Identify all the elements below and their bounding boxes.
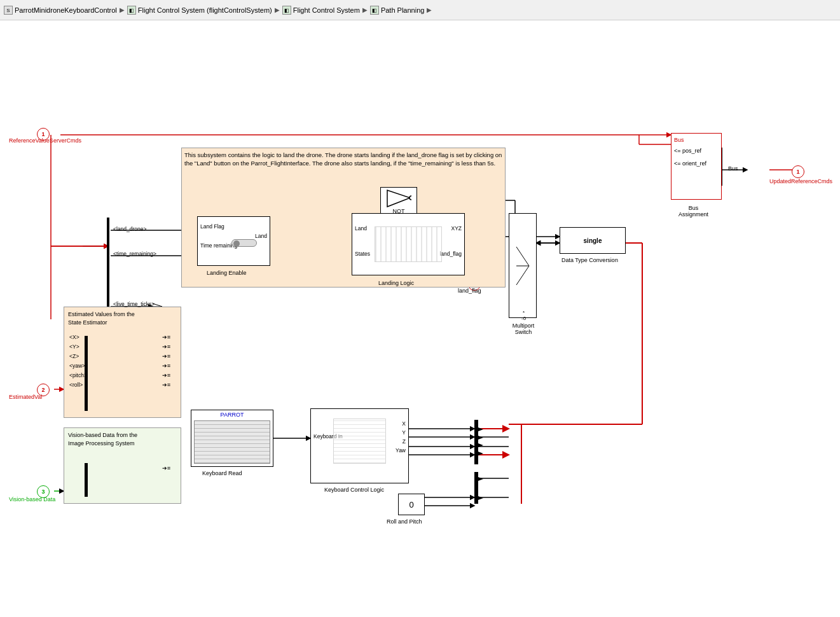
roll-pitch-label: Roll and Pitch [387, 518, 422, 525]
breadcrumb-label-3: Flight Control System [293, 6, 360, 14]
est-z-label: <Z> [69, 353, 79, 359]
landing-logic-block[interactable]: Land States XYZ land_flag [352, 213, 465, 275]
simulink-icon: S [4, 6, 13, 15]
y-out-label: Y [402, 429, 406, 436]
roll-pitch-block[interactable]: 0 [398, 494, 425, 515]
keyboard-read-label: Keyboard Read [202, 470, 242, 476]
svg-marker-54 [478, 436, 483, 440]
bus-out-label: Bus [728, 165, 738, 172]
subsystem-description: This subsystem contains the logic to lan… [184, 151, 502, 168]
multiport-switch-label: MultiportSwitch [507, 322, 539, 335]
states-port-label: States [355, 251, 370, 257]
svg-point-66 [410, 196, 411, 200]
land-output-label: Land [255, 233, 267, 239]
port-3-label: Vision-based Data [9, 496, 55, 503]
breadcrumb-arrow-4: ▶ [427, 6, 432, 13]
bus-assignment-label: BusAssignment [678, 205, 708, 218]
breadcrumb-label-2: Flight Control System (flightControlSyst… [138, 6, 272, 14]
bus-top-label: Bus [674, 137, 684, 143]
est-yaw-label: <yaw> [69, 363, 85, 369]
z-out-label: Z [403, 438, 406, 445]
land-flag-out-label: land_flag [439, 251, 462, 257]
breadcrumb-arrow-3: ▶ [362, 6, 368, 13]
yaw-out-label: Yaw [396, 447, 406, 454]
landing-enable-label: Landing Enable [207, 270, 247, 276]
bus-pos-ref-label: <= pos_ref [674, 148, 701, 154]
breadcrumb-arrow-1: ▶ [120, 6, 125, 13]
output-port-1-label: UpdatedReferenceCmds [769, 178, 832, 184]
toolbar: S ParrotMinidroneKeyboardControl ▶ ◧ Fli… [0, 0, 840, 20]
multiport-switch-block[interactable] [509, 213, 537, 318]
keyboard-control-logic-label: Keyboard Control Logic [324, 487, 384, 493]
subsys-icon-2: ◧ [282, 6, 291, 15]
data-type-conversion-block[interactable]: single [560, 227, 626, 254]
land-drone-sig-label: <land_drone> [113, 226, 146, 232]
bus-assignment-block[interactable]: Bus <= pos_ref <= orient_ref [671, 133, 722, 200]
est-pitch-label: <pitch> [69, 372, 87, 378]
gain-label: *-0 [521, 310, 526, 321]
svg-rect-51 [474, 420, 478, 464]
port-1-label: ReferenceValueServerCmds [9, 137, 81, 144]
landing-enable-block[interactable]: Land Flag Time remaining Land [197, 216, 270, 266]
est-y-label: <Y> [69, 343, 79, 350]
breadcrumb-item-3[interactable]: ◧ Flight Control System [282, 6, 360, 15]
not-block[interactable]: NOT [380, 187, 417, 216]
svg-marker-53 [478, 427, 483, 431]
roll-pitch-value: 0 [409, 500, 413, 510]
vision-data-title: Vision-based Data from theImage Processi… [68, 431, 177, 447]
subsys-icon-3: ◧ [370, 6, 379, 15]
est-x-label: <X> [69, 334, 79, 340]
svg-marker-55 [478, 443, 483, 447]
bus-orient-ref-label: <= orient_ref [674, 160, 706, 167]
svg-rect-52 [474, 472, 478, 504]
x-out-label: X [402, 420, 406, 427]
breadcrumb-label-1: ParrotMinidroneKeyboardControl [15, 6, 117, 14]
land-flag-label: land_flag [458, 288, 481, 294]
keyboard-control-logic-block[interactable]: Keyboard In X Y Z Yaw [310, 408, 409, 483]
svg-line-67 [516, 247, 529, 266]
svg-marker-65 [387, 190, 410, 207]
keyboard-read-block[interactable]: PARROT [191, 410, 273, 467]
estimated-values-box: Estimated Values from theState Estimator… [64, 307, 181, 418]
breadcrumb-item-2[interactable]: ◧ Flight Control System (flightControlSy… [127, 6, 272, 15]
svg-marker-58 [478, 496, 483, 500]
live-time-ticks-sig-label: <live_time_ticks> [113, 301, 155, 307]
breadcrumb-arrow-2: ▶ [275, 6, 280, 13]
xyz-port-label: XYZ [451, 225, 462, 232]
estimated-values-title: Estimated Values from theState Estimator [68, 310, 177, 326]
data-type-conv-label: Data Type Conversion [561, 257, 618, 263]
land-port-label: Land [355, 225, 367, 232]
svg-marker-57 [478, 477, 483, 481]
output-port-1-circle: 1 [792, 165, 804, 178]
multiport-switch-icon [513, 240, 532, 291]
breadcrumb-label-4: Path Planning [381, 6, 425, 14]
est-roll-label: <roll> [69, 382, 83, 388]
not-triangle-icon [386, 189, 411, 208]
time-remaining-sig-label: <time_remaining> [113, 251, 156, 257]
land-flag-port-label: Land Flag [200, 223, 224, 230]
subsys-icon-1: ◧ [127, 6, 136, 15]
svg-marker-56 [478, 452, 483, 455]
breadcrumb-item-4[interactable]: ◧ Path Planning [370, 6, 425, 15]
landing-logic-label: Landing Logic [378, 280, 414, 286]
simulink-canvas: 1 ReferenceValueServerCmds 2 EstimatedVa… [0, 20, 840, 617]
svg-line-69 [516, 266, 529, 285]
vision-data-box: Vision-based Data from theImage Processi… [64, 427, 181, 504]
port-2-label: EstimatedVal [9, 394, 42, 400]
parrot-label: PARROT [191, 412, 273, 418]
breadcrumb-item-1[interactable]: S ParrotMinidroneKeyboardControl [4, 6, 117, 15]
data-type-conv-value: single [584, 237, 602, 244]
